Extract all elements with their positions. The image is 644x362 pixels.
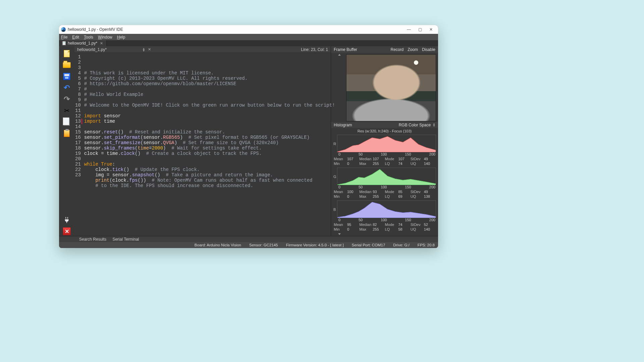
copy-button[interactable] [62, 117, 72, 127]
histogram-stats-g: Mean100Median93Mode85StDev49Min0Max255LQ… [334, 190, 436, 199]
app-window: helloworld_1.py - OpenMV IDE — ▢ ✕ File … [59, 25, 438, 248]
file-tab-name: helloworld_1.py* [68, 41, 97, 46]
colorspace-selector[interactable]: RGB Color Space ▲▼ [399, 123, 435, 127]
app-icon [61, 27, 66, 32]
stop-icon: ✕ [63, 227, 71, 235]
new-file-icon [64, 50, 70, 57]
cut-icon: ✂ [64, 107, 70, 115]
framebuffer-header: Frame Buffer Record Zoom Disable [331, 46, 438, 53]
menu-window[interactable]: Window [98, 35, 112, 40]
framebuffer-title: Frame Buffer [334, 47, 357, 52]
histogram-chart-r: R [337, 135, 436, 152]
histogram-chart-b: B [337, 200, 436, 218]
file-tab[interactable]: helloworld_1.py* ✕ [60, 40, 107, 46]
histogram-stats-r: Mean107Median107Mode107StDev49Min0Max255… [334, 157, 436, 166]
editor-panel: helloworld_1.py* ▲▼ ✕ Line: 23, Col: 1 1… [74, 46, 331, 236]
histogram-chart-g: G [337, 168, 436, 185]
menu-help[interactable]: Help [117, 35, 125, 40]
code-editor[interactable]: 1234567891011121314151617181920212223 # … [74, 53, 331, 236]
document-name: helloworld_1.py* [77, 47, 107, 52]
svg-marker-2 [337, 202, 436, 218]
cut-button[interactable]: ✂ [62, 106, 72, 115]
document-selector[interactable]: helloworld_1.py* ▲▼ [77, 47, 145, 52]
line-col-indicator: Line: 23, Col: 1 [301, 47, 328, 52]
menu-edit[interactable]: Edit [72, 35, 79, 40]
code-content[interactable]: # This work is licensed under the MIT li… [82, 53, 337, 236]
maximize-button[interactable]: ▢ [418, 27, 422, 32]
open-button[interactable] [62, 60, 72, 70]
save-icon [63, 73, 70, 80]
undo-button[interactable]: ↶ [62, 83, 72, 93]
record-button[interactable]: Record [391, 47, 404, 52]
status-firmware: Firmware Version: 4.5.0 - [ latest ] [286, 243, 344, 247]
line-number-gutter: 1234567891011121314151617181920212223 [74, 53, 82, 236]
editor-header: helloworld_1.py* ▲▼ ✕ Line: 23, Col: 1 [74, 46, 331, 53]
window-title: helloworld_1.py - OpenMV IDE [68, 27, 123, 32]
paste-icon [64, 130, 70, 137]
status-serial: Serial Port: COM17 [352, 243, 385, 247]
updown-icon: ▲▼ [142, 48, 145, 52]
svg-marker-0 [337, 136, 436, 152]
new-file-button[interactable] [62, 49, 72, 58]
titlebar: helloworld_1.py - OpenMV IDE — ▢ ✕ [59, 25, 438, 34]
stop-button[interactable]: ✕ [62, 227, 72, 236]
colorspace-label: RGB Color Space [399, 123, 431, 127]
menubar: File Edit Tools Window Help [59, 34, 438, 40]
document-icon [62, 41, 66, 45]
save-button[interactable] [62, 72, 72, 81]
status-sensor: Sensor: GC2145 [249, 243, 278, 247]
filetab-row: helloworld_1.py* ✕ [59, 40, 438, 46]
status-board: Board: Arduino Nicla Vision [195, 243, 241, 247]
menu-tools[interactable]: Tools [84, 35, 93, 40]
menu-file[interactable]: File [61, 35, 67, 40]
histogram-stats-b: Mean95Median82Mode74StDev52Min0Max255LQ5… [334, 223, 436, 232]
open-folder-icon [63, 62, 71, 68]
close-button[interactable]: ✕ [429, 27, 433, 32]
minimize-button[interactable]: — [407, 27, 411, 32]
left-toolbar: ↶ ↷ ✂ ✕ [59, 46, 74, 236]
undo-icon: ↶ [64, 83, 70, 92]
histogram-container: R050100150200Mean107Median107Mode107StDe… [331, 134, 438, 233]
close-document-icon[interactable]: ✕ [148, 47, 151, 52]
right-panel: Frame Buffer Record Zoom Disable Histogr… [331, 46, 438, 236]
status-drive: Drive: G:/ [393, 243, 410, 247]
plug-icon [63, 216, 70, 224]
bottom-tabs: Search Results Serial Terminal [59, 236, 438, 242]
histogram-resinfo: Res (w:320, h:240) - Focus (103) [331, 128, 438, 134]
change-marker [82, 119, 82, 124]
close-tab-icon[interactable]: ✕ [100, 41, 103, 46]
status-fps: FPS: 20.8 [418, 243, 435, 247]
framebuffer-image[interactable] [346, 54, 436, 121]
redo-button[interactable]: ↷ [62, 95, 72, 104]
disable-button[interactable]: Disable [422, 47, 435, 52]
histogram-header: Histogram RGB Color Space ▲▼ [331, 122, 438, 128]
statusbar: Board: Arduino Nicla Vision Sensor: GC21… [59, 242, 438, 248]
redo-icon: ↷ [64, 95, 70, 104]
tab-search-results[interactable]: Search Results [79, 237, 106, 242]
svg-marker-1 [337, 169, 436, 185]
copy-icon [64, 118, 70, 126]
tab-serial-terminal[interactable]: Serial Terminal [112, 237, 139, 242]
updown-icon: ▲▼ [433, 123, 435, 127]
zoom-button[interactable]: Zoom [408, 47, 418, 52]
paste-button[interactable] [62, 129, 72, 138]
connect-button[interactable] [62, 215, 72, 225]
